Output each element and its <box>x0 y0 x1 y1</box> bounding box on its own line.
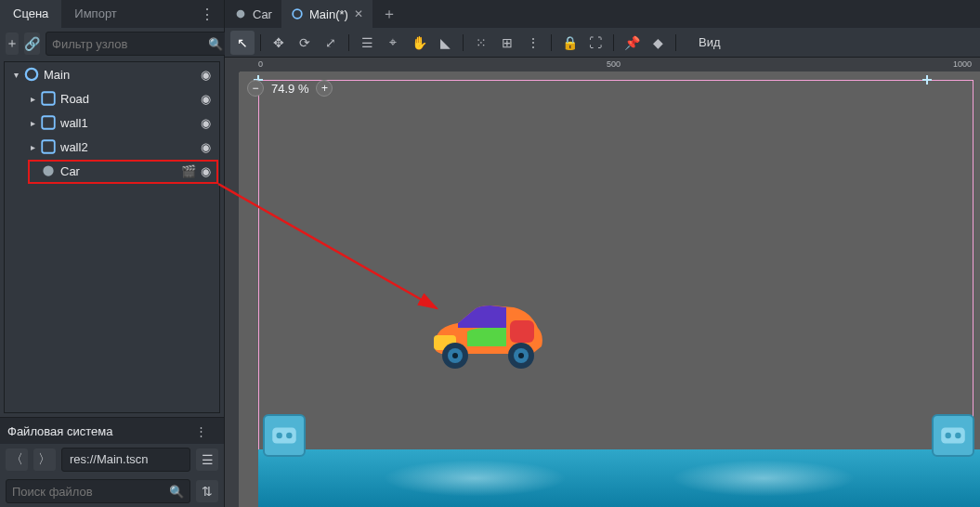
snap-menu-icon[interactable]: ⋮ <box>521 31 545 55</box>
separator <box>260 34 261 51</box>
zoom-in-button[interactable]: + <box>316 80 333 97</box>
anim-key-icon[interactable]: ◆ <box>646 31 670 55</box>
pan-tool-icon[interactable]: ✋ <box>407 31 431 55</box>
static-body-icon <box>40 90 57 107</box>
svg-point-17 <box>452 353 458 358</box>
rotate-tool-icon[interactable]: ⟳ <box>293 31 317 55</box>
svg-point-8 <box>277 433 282 438</box>
move-tool-icon[interactable]: ✥ <box>267 31 291 55</box>
sort-button[interactable]: ⇅ <box>196 480 218 502</box>
link-node-button[interactable]: 🔗 <box>24 32 40 55</box>
group-icon[interactable]: ⛶ <box>583 31 608 55</box>
tab-import[interactable]: Импорт <box>61 0 129 28</box>
separator <box>551 34 552 51</box>
snap-options-icon[interactable]: ⁙ <box>469 31 493 55</box>
visibility-icon[interactable]: ◉ <box>197 164 214 178</box>
doc-tab-main[interactable]: Main(*) ✕ <box>281 0 372 28</box>
tree-node-wall1[interactable]: ▸ wall1 ◉ <box>5 110 219 135</box>
ruler-corner <box>225 58 240 72</box>
tree-node-label: Main <box>44 68 197 82</box>
visibility-icon[interactable]: ◉ <box>197 92 214 106</box>
node-filter-field[interactable] <box>52 37 208 51</box>
scale-tool-icon[interactable]: ⤢ <box>319 31 343 55</box>
filesystem-panel: Файловая система ⋮ 〈 〉 res://Main.tscn ☰… <box>0 417 224 507</box>
wall1-sprite <box>263 414 306 457</box>
svg-point-9 <box>286 433 292 438</box>
static-body-icon <box>40 114 57 131</box>
visibility-icon[interactable]: ◉ <box>197 140 214 154</box>
static-body-icon <box>40 138 57 155</box>
ruler-horizontal: 0 500 1000 <box>240 58 980 72</box>
tab-scene[interactable]: Сцена <box>0 0 61 28</box>
chevron-right-icon[interactable]: ▸ <box>25 118 40 128</box>
tree-node-label: Car <box>60 164 180 178</box>
doc-tab-car[interactable]: Car <box>225 0 281 28</box>
chevron-right-icon[interactable]: ▸ <box>25 142 40 152</box>
chevron-right-icon[interactable]: ▸ <box>25 94 40 104</box>
separator <box>463 34 464 51</box>
filesystem-title: Файловая система <box>7 424 112 438</box>
zoom-control: − 74.9 % + <box>247 80 333 97</box>
tree-node-wall2[interactable]: ▸ wall2 ◉ <box>5 135 219 159</box>
search-icon: 🔍 <box>169 485 184 499</box>
ruler-mark: 1000 <box>953 59 972 69</box>
pivot-tool-icon[interactable]: ⌖ <box>381 31 405 55</box>
file-search-field[interactable] <box>12 485 169 499</box>
ruler-vertical <box>225 72 240 507</box>
list-tool-icon[interactable]: ☰ <box>355 31 379 55</box>
tree-node-label: Road <box>60 92 197 106</box>
scene-tab-menu-icon[interactable]: ⋮ <box>190 6 224 23</box>
zoom-value: 74.9 % <box>271 82 308 96</box>
visibility-icon[interactable]: ◉ <box>197 68 214 82</box>
svg-point-12 <box>955 433 960 438</box>
filesystem-path[interactable]: res://Main.tscn <box>61 448 190 472</box>
visibility-icon[interactable]: ◉ <box>197 116 214 130</box>
tree-node-car[interactable]: Car 🎬 ◉ <box>5 159 219 183</box>
tree-node-label: wall2 <box>60 140 197 154</box>
view-menu-button[interactable]: Вид <box>687 31 732 55</box>
svg-rect-7 <box>272 428 296 444</box>
doc-tab-label: Main(*) <box>309 7 348 21</box>
svg-point-20 <box>518 353 524 358</box>
svg-rect-13 <box>510 320 534 343</box>
filesystem-menu-icon[interactable]: ⋮ <box>186 424 216 438</box>
add-node-button[interactable]: ＋ <box>6 32 19 55</box>
svg-point-0 <box>26 69 37 80</box>
chevron-down-icon[interactable]: ▾ <box>8 70 23 80</box>
grid-snap-icon[interactable]: ⊞ <box>495 31 519 55</box>
select-tool-icon[interactable]: ↖ <box>230 31 255 55</box>
tree-node-road[interactable]: ▸ Road ◉ <box>5 86 219 110</box>
scene-tabs: Сцена Импорт ⋮ <box>0 0 224 28</box>
svg-rect-2 <box>42 116 55 129</box>
nav-back-button[interactable]: 〈 <box>6 448 28 471</box>
tree-node-main[interactable]: ▾ Main ◉ <box>5 62 219 86</box>
nav-forward-button[interactable]: 〉 <box>33 448 56 471</box>
canvas-viewport[interactable]: 0 500 1000 <box>225 58 980 507</box>
svg-rect-10 <box>941 428 965 444</box>
road-sprite <box>258 449 980 507</box>
svg-point-11 <box>946 433 951 438</box>
scene-instance-icon <box>40 162 57 179</box>
separator <box>348 34 349 51</box>
node-filter-input[interactable]: 🔍 <box>46 32 229 56</box>
svg-rect-3 <box>42 140 55 153</box>
svg-point-4 <box>43 165 53 176</box>
zoom-out-button[interactable]: − <box>247 80 264 97</box>
ruler-tool-icon[interactable]: ◣ <box>433 31 457 55</box>
svg-rect-1 <box>42 92 55 105</box>
selection-handle[interactable] <box>922 75 932 84</box>
open-scene-icon[interactable]: 🎬 <box>180 164 197 178</box>
close-icon[interactable]: ✕ <box>354 7 363 20</box>
camera-border <box>258 80 973 451</box>
tree-node-label: wall1 <box>60 116 197 130</box>
split-view-button[interactable]: ☰ <box>196 448 218 471</box>
car-sprite[interactable] <box>421 300 551 374</box>
add-tab-button[interactable]: ＋ <box>372 5 406 24</box>
bone-icon[interactable]: 📌 <box>620 31 644 55</box>
canvas-toolbar: ↖ ✥ ⟳ ⤢ ☰ ⌖ ✋ ◣ ⁙ ⊞ ⋮ 🔒 ⛶ 📌 ◆ Вид <box>225 28 980 58</box>
lock-icon[interactable]: 🔒 <box>557 31 581 55</box>
scene-toolbar: ＋ 🔗 🔍 <box>0 28 224 59</box>
file-search-input[interactable]: 🔍 <box>6 479 190 503</box>
ruler-mark: 500 <box>607 59 621 69</box>
svg-point-5 <box>237 10 245 19</box>
